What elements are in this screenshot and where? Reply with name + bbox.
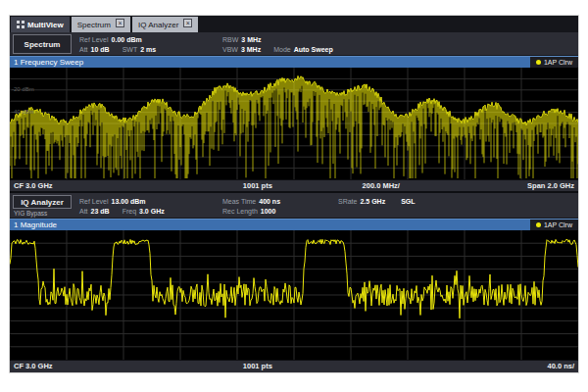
iq-ref-level-value: 13.00 dBm	[112, 198, 146, 205]
swt-value: 2 ms	[140, 46, 156, 53]
srate-field[interactable]: SRate 2.5 GHz	[338, 198, 385, 205]
spectrum-channel-header: Spectrum Ref Level 0.00 dBm RBW 3 MHz At…	[10, 32, 578, 56]
meas-time-value: 400 ns	[259, 198, 280, 205]
rec-length-value: 1000	[261, 208, 276, 215]
vbw-mode-field[interactable]: VBW 3 MHz Mode Auto Sweep	[222, 46, 333, 53]
spectrum-settings: Ref Level 0.00 dBm RBW 3 MHz Att 10 dB S…	[79, 34, 575, 54]
att-swt-field[interactable]: Att 10 dB SWT 2 ms	[79, 46, 222, 53]
iq-plot[interactable]	[10, 230, 578, 360]
iq-ref-level-label: Ref Level	[79, 198, 109, 205]
spectrum-plot[interactable]: -20 dBm -40 dBm	[10, 68, 578, 179]
iq-att-value: 23 dB	[91, 208, 110, 215]
iq-x-axis-bar: CF 3.0 GHz 1001 pts 40.0 ns/	[10, 360, 578, 372]
srate-value: 2.5 GHz	[360, 198, 385, 205]
spectrum-trace-legend[interactable]: 1AP Clrw	[530, 57, 578, 68]
vbw-value: 3 MHz	[241, 46, 261, 53]
srate-label: SRate	[338, 198, 357, 205]
yig-bypass-label: YIG Bypass	[13, 209, 72, 217]
spectrum-span: Span 2.0 GHz	[527, 181, 574, 190]
tab-iq-analyzer[interactable]: IQ Analyzer ×	[132, 17, 198, 32]
iq-channel-button[interactable]: IQ Analyzer	[13, 195, 72, 209]
tab-multiview[interactable]: MultiView	[11, 17, 70, 32]
tab-iq-analyzer-label: IQ Analyzer	[138, 21, 178, 29]
freq-label: Freq	[122, 208, 136, 215]
spectrum-sweep-points: 1001 pts	[243, 181, 272, 190]
meas-time-label: Meas Time	[222, 198, 256, 205]
swt-label: SWT	[122, 46, 138, 53]
meas-time-field[interactable]: Meas Time 400 ns	[222, 198, 338, 205]
iq-per-division: 40.0 ns/	[547, 362, 574, 370]
iq-window-titlebar: 1 Magnitude 1AP Clrw	[10, 219, 578, 230]
analyzer-screen: MultiView Spectrum × IQ Analyzer × Spect…	[10, 16, 578, 372]
spectrum-channel-button[interactable]: Spectrum	[13, 34, 72, 54]
ref-level-value: 0.00 dBm	[112, 36, 142, 43]
rbw-label: RBW	[222, 36, 238, 43]
iq-settings: Ref Level 13.00 dBm Meas Time 400 ns SRa…	[79, 195, 575, 217]
spectrum-window-title: 1 Frequency Sweep	[10, 58, 83, 67]
ref-level-label: Ref Level	[79, 36, 109, 43]
spectrum-y-label-1: -20 dBm	[12, 86, 34, 92]
spectrum-window-titlebar: 1 Frequency Sweep 1AP Clrw	[10, 56, 578, 68]
tab-multiview-label: MultiView	[27, 21, 64, 29]
spectrum-trace-svg	[10, 68, 578, 179]
iq-att-freq-field[interactable]: Att 23 dB Freq 3.0 GHz	[79, 208, 222, 215]
tab-bar: MultiView Spectrum × IQ Analyzer ×	[10, 16, 578, 32]
iq-trace-legend[interactable]: 1AP Clrw	[530, 220, 578, 230]
iq-channel-header: IQ Analyzer YIG Bypass Ref Level 13.00 d…	[10, 193, 578, 219]
tab-spectrum-label: Spectrum	[77, 21, 111, 29]
rbw-field[interactable]: RBW 3 MHz	[222, 36, 262, 43]
ref-level-field[interactable]: Ref Level 0.00 dBm	[79, 36, 222, 43]
close-icon[interactable]: ×	[183, 19, 192, 27]
trace-color-dot-icon	[536, 222, 541, 227]
att-label: Att	[79, 46, 88, 53]
spectrum-per-division: 200.0 MHz/	[363, 181, 400, 190]
rec-length-label: Rec Length	[222, 208, 258, 215]
iq-window-title: 1 Magnitude	[10, 220, 57, 229]
tab-spectrum[interactable]: Spectrum ×	[72, 17, 130, 32]
rbw-value: 3 MHz	[241, 36, 261, 43]
att-value: 10 dB	[91, 46, 110, 53]
spectrum-x-axis-bar: CF 3.0 GHz 1001 pts 200.0 MHz/ Span 2.0 …	[10, 179, 578, 191]
single-sweep-indicator: SGL	[401, 198, 415, 205]
iq-trace-legend-label: 1AP Clrw	[544, 221, 572, 228]
iq-record-points: 1001 pts	[243, 362, 272, 370]
vbw-label: VBW	[222, 46, 238, 53]
mode-value: Auto Sweep	[294, 46, 333, 53]
spectrum-trace-legend-label: 1AP Clrw	[544, 59, 572, 66]
multiview-grid-icon	[17, 21, 24, 28]
iq-ref-level-field[interactable]: Ref Level 13.00 dBm	[79, 198, 222, 205]
trace-color-dot-icon	[536, 60, 541, 65]
close-icon[interactable]: ×	[116, 19, 124, 27]
rec-length-field[interactable]: Rec Length 1000	[222, 208, 275, 215]
freq-value: 3.0 GHz	[139, 208, 165, 215]
iq-center-frequency: CF 3.0 GHz	[14, 362, 53, 370]
mode-label: Mode	[273, 46, 291, 53]
iq-trace-svg	[10, 230, 578, 360]
spectrum-center-frequency: CF 3.0 GHz	[14, 181, 53, 190]
iq-att-label: Att	[79, 208, 88, 215]
spectrum-y-label-2: -40 dBm	[12, 109, 34, 115]
